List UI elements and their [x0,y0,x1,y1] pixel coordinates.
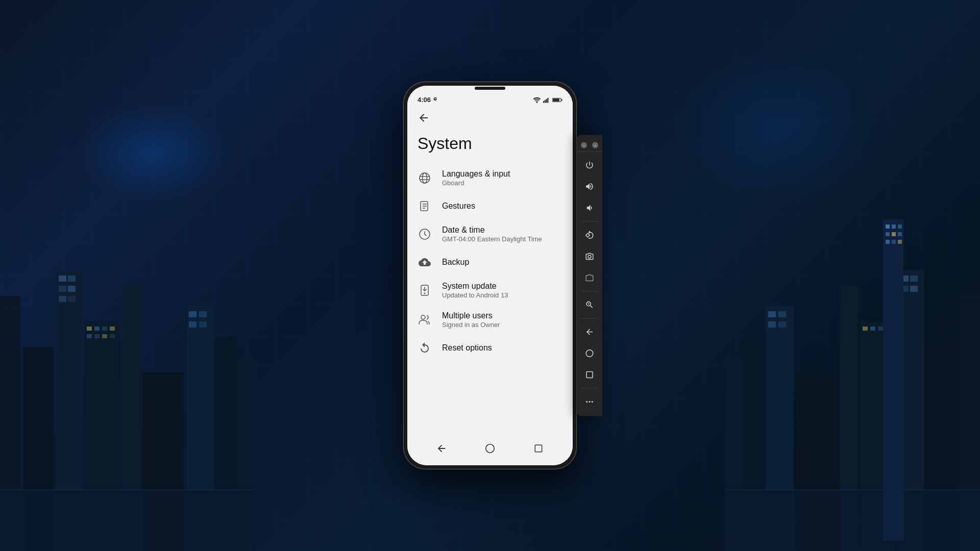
users-text: Multiple users Signed in as Owner [442,311,562,329]
svg-rect-51 [725,490,980,551]
nav-recents-button[interactable] [531,441,546,456]
svg-rect-55 [892,224,896,229]
signal-icon [543,97,550,103]
system-update-label: System update [442,282,562,291]
svg-rect-21 [94,327,100,331]
more-options-button[interactable] [579,392,600,412]
menu-item-system-update[interactable]: System update Updated to Android 13 [407,276,573,305]
svg-rect-22 [102,327,107,331]
gestures-text: Gestures [442,202,562,211]
svg-rect-8 [59,296,66,302]
svg-rect-67 [547,97,548,103]
svg-rect-70 [553,98,559,101]
svg-rect-20 [87,327,92,331]
svg-rect-89 [586,372,593,378]
person-icon [418,313,432,327]
svg-rect-27 [110,334,115,338]
wifi-icon [533,97,541,103]
svg-rect-17 [199,321,207,328]
back-button[interactable] [415,110,432,126]
svg-rect-5 [68,276,76,282]
reset-icon [418,341,432,355]
phone-wrapper: 4:06 [403,82,577,469]
backup-icon [418,255,432,269]
sidebar-close-button[interactable]: × [592,142,598,148]
zoom-button[interactable] [579,295,600,315]
menu-item-datetime[interactable]: Date & time GMT-04:00 Eastern Daylight T… [407,219,573,249]
svg-rect-7 [68,286,76,292]
svg-rect-58 [892,232,896,236]
svg-rect-66 [546,98,547,103]
svg-rect-24 [87,334,92,338]
svg-line-81 [425,234,426,236]
datetime-label: Date & time [442,226,562,235]
svg-point-90 [586,401,587,403]
svg-rect-44 [778,321,786,328]
top-bar [407,106,573,130]
gestures-label: Gestures [442,202,562,211]
svg-rect-25 [94,334,100,338]
sidebar-minimize-button[interactable]: − [581,142,587,148]
svg-rect-87 [535,445,542,452]
svg-point-71 [420,173,430,183]
screen-content: System Languages & input Gboa [407,106,573,436]
svg-rect-23 [110,327,115,331]
svg-rect-42 [778,311,786,317]
svg-point-63 [536,102,538,103]
svg-rect-4 [59,276,66,282]
sidebar-divider-3 [581,318,598,319]
nav-home-sidebar-button[interactable] [579,343,600,364]
svg-point-88 [586,350,593,357]
datetime-text: Date & time GMT-04:00 Eastern Daylight T… [442,226,562,243]
rotate-button[interactable] [579,225,600,245]
system-update-text: System update Updated to Android 13 [442,282,562,299]
phone-update-icon [418,283,432,297]
nav-home-button[interactable] [482,441,498,456]
datetime-sublabel: GMT-04:00 Eastern Daylight Time [442,235,562,243]
volume-up-button[interactable] [579,177,600,197]
svg-rect-14 [189,311,197,317]
globe-icon [418,171,432,185]
svg-rect-16 [189,321,197,328]
nav-back-button[interactable] [434,441,449,456]
nav-recents-sidebar-button[interactable] [579,365,600,385]
svg-rect-57 [886,232,890,236]
sidebar-title-bar: − × [577,139,602,152]
page-title: System [407,130,573,163]
sidebar-divider-2 [581,291,598,292]
screenshot-button[interactable] [579,246,600,267]
svg-rect-34 [910,276,918,282]
status-icons [533,97,562,103]
svg-rect-15 [199,311,207,317]
menu-item-backup[interactable]: Backup [407,249,573,276]
nav-back-sidebar-button[interactable] [579,322,600,342]
users-sublabel: Signed in as Owner [442,321,562,329]
sidebar-divider-4 [581,388,598,389]
svg-point-85 [421,315,425,319]
svg-point-72 [423,173,427,183]
screenshot2-button[interactable] [579,268,600,288]
menu-item-reset[interactable]: Reset options [407,335,573,361]
svg-rect-59 [898,232,902,236]
languages-sublabel: Gboard [442,179,562,187]
reset-text: Reset options [442,343,562,353]
reset-label: Reset options [442,343,562,353]
svg-rect-26 [102,334,107,338]
svg-rect-9 [68,296,76,302]
camera-notch [475,87,505,90]
gesture-icon [418,199,432,213]
volume-down-button[interactable] [579,198,600,218]
menu-item-gestures[interactable]: Gestures [407,193,573,219]
svg-rect-41 [768,311,776,317]
backup-text: Backup [442,258,562,267]
svg-rect-47 [863,327,868,331]
svg-point-91 [589,401,591,403]
menu-item-users[interactable]: Multiple users Signed in as Owner [407,305,573,335]
power-button[interactable] [579,155,600,176]
status-bar: 4:06 [407,92,573,106]
menu-item-languages[interactable]: Languages & input Gboard [407,163,573,193]
svg-rect-61 [892,240,896,244]
clock-icon [418,227,432,241]
svg-rect-6 [59,286,66,292]
city-right [725,194,980,551]
